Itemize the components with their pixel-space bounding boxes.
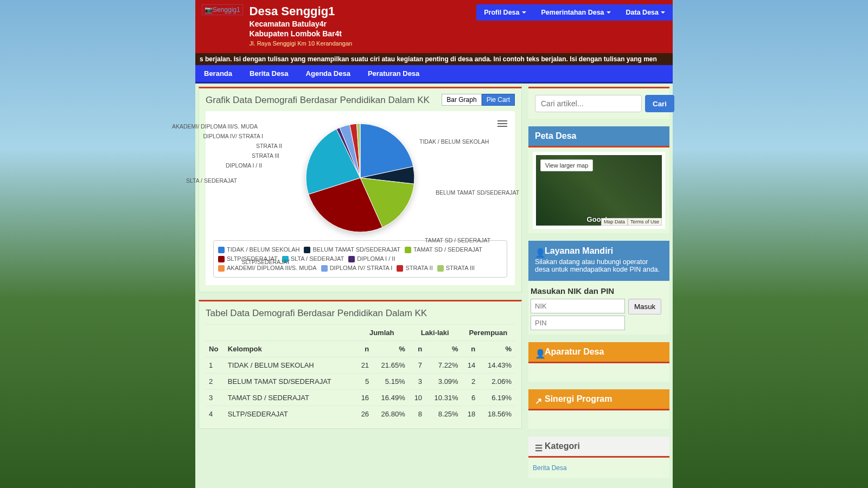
table-row: 4SLTP/SEDERAJAT2626.80%88.25%1818.56% <box>206 406 515 422</box>
site-sub1: Kecamatan Batulay4r <box>250 20 353 28</box>
legend-swatch <box>437 265 444 272</box>
list-icon: ☰ <box>535 443 542 451</box>
pie-chart <box>303 121 417 235</box>
view-larger-map-button[interactable]: View larger map <box>540 159 593 171</box>
topnav-item[interactable]: Profil Desa <box>476 4 533 21</box>
pin-input[interactable] <box>531 316 625 330</box>
legend-swatch <box>321 265 328 272</box>
mandiri-widget: 👤Layanan Mandiri Silakan datang atau hub… <box>528 241 669 335</box>
masuk-button[interactable]: Masuk <box>628 299 661 314</box>
user-icon: 👤 <box>535 349 542 356</box>
map-preview[interactable]: View larger map Google Map Data Terms of… <box>533 152 665 229</box>
table-panel: Tabel Data Demografi Berdasar Pendidikan… <box>199 300 522 429</box>
chevron-down-icon <box>607 11 611 16</box>
logo-placeholder: 📷Senggig1 <box>202 4 243 15</box>
legend-item[interactable]: SLTA / SEDERAJAT <box>282 255 344 262</box>
table-row: 3TAMAT SD / SEDERAJAT1616.49%1010.31%66.… <box>206 390 515 406</box>
legend-item[interactable]: DIPLOMA IV/ STRATA I <box>321 265 393 272</box>
chart-type-toggle: Bar GraphPie Cart <box>442 94 515 106</box>
legend-item[interactable]: TIDAK / BELUM SEKOLAH <box>218 246 299 253</box>
chevron-down-icon <box>661 11 665 16</box>
legend-swatch <box>397 265 403 272</box>
chart-panel: Bar GraphPie Cart Grafik Data Demografi … <box>199 87 522 292</box>
mandiri-form-title: Masukan NIK dan PIN <box>531 286 667 296</box>
external-icon: ↗ <box>535 396 542 403</box>
pie-label: DIPLOMA I / II <box>226 162 262 169</box>
mainnav-item[interactable]: Peraturan Desa <box>359 65 428 82</box>
aparatur-widget: 👤Aparatur Desa <box>528 342 669 382</box>
pie-label: STRATA II <box>256 143 282 149</box>
peta-title: Peta Desa <box>528 126 669 146</box>
sinergi-widget: ↗Sinergi Program <box>528 389 669 429</box>
pie-label: AKADEMI/ DIPLOMA III/S. MUDA <box>172 123 258 130</box>
chart-box: AKADEMI/ DIPLOMA III/S. MUDADIPLOMA IV/ … <box>206 111 515 285</box>
pie-label: STRATA III <box>252 152 279 159</box>
legend-item[interactable]: TAMAT SD / SEDERAJAT <box>405 246 482 253</box>
search-input[interactable] <box>535 95 642 112</box>
table-row: 1TIDAK / BELUM SEKOLAH2121.65%77.22%1414… <box>206 357 515 374</box>
marquee: s berjalan. Isi dengan tulisan yang mena… <box>195 53 673 65</box>
pie-label: SLTA / SEDERAJAT <box>186 177 237 184</box>
legend-item[interactable]: STRATA III <box>437 265 475 272</box>
site-sub2: Kabupaten Lombok Bar4t <box>250 29 353 38</box>
site-title: Desa Senggig1 <box>250 4 353 18</box>
bar-graph-button[interactable]: Bar Graph <box>442 94 481 106</box>
pie-label: TIDAK / BELUM SEKOLAH <box>419 138 489 145</box>
legend-swatch <box>405 247 411 253</box>
legend-item[interactable]: AKADEMI/ DIPLOMA III/S. MUDA <box>218 265 317 272</box>
legend-swatch <box>218 256 225 262</box>
legend-item[interactable]: BELUM TAMAT SD/SEDERAJAT <box>304 246 400 253</box>
map-data-link[interactable]: Map Data <box>601 218 628 226</box>
mandiri-text: Silakan datang atau hubungi operator des… <box>535 258 663 273</box>
legend-swatch <box>348 256 355 262</box>
aparatur-title: 👤Aparatur Desa <box>528 342 669 362</box>
header-banner: 📷Senggig1 Desa Senggig1 Kecamatan Batula… <box>195 0 673 53</box>
pie-label: DIPLOMA IV/ STRATA I <box>203 133 263 139</box>
legend-swatch <box>304 247 310 253</box>
topnav-item[interactable]: Pemerintahan Desa <box>534 4 618 21</box>
legend-item[interactable]: STRATA II <box>397 265 432 272</box>
pie-chart-button[interactable]: Pie Cart <box>482 94 515 106</box>
mainnav-item[interactable]: Beranda <box>195 65 241 82</box>
table-row: 2BELUM TAMAT SD/SEDERAJAT55.15%33.09%22.… <box>206 374 515 390</box>
sinergi-title: ↗Sinergi Program <box>528 389 669 409</box>
table-title: Tabel Data Demografi Berdasar Pendidikan… <box>206 308 515 319</box>
user-icon: 👤 <box>535 248 542 255</box>
pie-label: SLTP/SEDERAJAT <box>242 259 290 265</box>
kategori-widget: ☰Kategori Berita Desa <box>528 436 669 478</box>
peta-widget: Peta Desa View larger map Google Map Dat… <box>528 126 669 233</box>
chevron-down-icon <box>522 11 526 16</box>
mainnav-item[interactable]: Berita Desa <box>241 65 297 82</box>
topnav: Profil DesaPemerintahan DesaData Desa <box>476 4 673 21</box>
search-button[interactable]: Cari <box>645 95 674 112</box>
kategori-title: ☰Kategori <box>528 436 669 456</box>
legend-swatch <box>218 247 225 253</box>
data-table: JumlahLaki-lakiPerempuanNoKelompokn%n%n%… <box>206 324 515 422</box>
pie-area: AKADEMI/ DIPLOMA III/S. MUDADIPLOMA IV/ … <box>213 119 507 240</box>
legend-swatch <box>218 265 225 272</box>
search-widget: Cari <box>528 87 669 119</box>
topnav-item[interactable]: Data Desa <box>618 4 673 21</box>
pie-label: BELUM TAMAT SD/SEDERAJAT <box>436 189 519 196</box>
legend-item[interactable]: DIPLOMA I / II <box>348 255 395 262</box>
site-title-block: Desa Senggig1 Kecamatan Batulay4r Kabupa… <box>250 4 353 47</box>
site-address: Jl. Raya Senggigi Km 10 Kerandangan <box>250 40 353 47</box>
mandiri-title: 👤Layanan Mandiri <box>535 246 663 256</box>
kategori-item[interactable]: Berita Desa <box>533 462 665 474</box>
mainnav-item[interactable]: Agenda Desa <box>297 65 359 82</box>
mainnav: BerandaBerita DesaAgenda DesaPeraturan D… <box>195 65 673 84</box>
terms-link[interactable]: Terms of Use <box>628 218 662 226</box>
pie-label: TAMAT SD / SEDERAJAT <box>425 237 490 243</box>
nik-input[interactable] <box>531 299 625 313</box>
